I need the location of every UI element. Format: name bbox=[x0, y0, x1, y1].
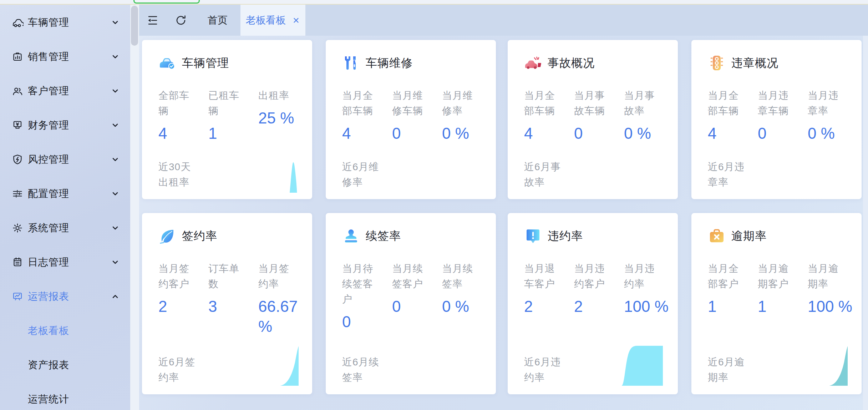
card-header: 签约率 bbox=[142, 213, 312, 245]
sidebar-item-vehicles[interactable]: 车辆管理 bbox=[0, 5, 130, 40]
stat-col: 订车单数 3 bbox=[208, 261, 258, 336]
card-overdue-rate: 逾期率 当月全部客户 1 当月逾期客户 1 当月逾期率 100 % bbox=[691, 213, 862, 394]
sidebar-item-config[interactable]: 配置管理 bbox=[0, 177, 130, 211]
sidebar-scrollbar-thumb[interactable] bbox=[131, 6, 138, 46]
sidebar-item-label: 风控管理 bbox=[28, 153, 69, 166]
stat-col: 当月违约客户 2 bbox=[574, 261, 624, 317]
card-header: 续签率 bbox=[326, 213, 496, 245]
sales-icon bbox=[11, 51, 24, 63]
car-icon bbox=[11, 16, 24, 29]
sidebar-item-finance[interactable]: 财务管理 bbox=[0, 108, 130, 142]
overdue-case-icon bbox=[708, 227, 726, 245]
stat-value: 0 bbox=[574, 123, 620, 143]
stat-label: 当月违章率 bbox=[808, 88, 840, 118]
sidebar-item-label: 财务管理 bbox=[28, 118, 69, 132]
tab-boss-board[interactable]: 老板看板 bbox=[240, 5, 305, 36]
card-stats: 当月待续签客户 0 当月续签客户 0 当月续签率 0 % bbox=[326, 261, 496, 332]
card-footer-label: 近6月事故率 bbox=[524, 159, 565, 190]
stat-value: 1 bbox=[708, 297, 754, 317]
card-default-rate: 违约率 当月退车客户 2 当月违约客户 2 当月违约率 100 % bbox=[508, 213, 678, 394]
card-title: 车辆维修 bbox=[366, 55, 413, 71]
stat-label: 当月维修车辆 bbox=[392, 88, 424, 118]
stat-col: 当月违章率 0 % bbox=[808, 88, 858, 143]
stat-value: 3 bbox=[208, 297, 255, 317]
close-icon[interactable] bbox=[292, 16, 300, 24]
page-scroll-gutter bbox=[863, 36, 868, 410]
customers-icon bbox=[11, 85, 24, 97]
card-footer-label: 近6月维修率 bbox=[342, 159, 384, 190]
chevron-up-icon bbox=[112, 295, 118, 298]
stat-col: 当月事故车辆 0 bbox=[574, 88, 624, 143]
stat-label: 订车单数 bbox=[208, 261, 240, 292]
sidebar-item-system[interactable]: 系统管理 bbox=[0, 211, 130, 245]
stat-value: 4 bbox=[708, 123, 754, 143]
stat-col: 当月维修率 0 % bbox=[442, 88, 492, 143]
refresh-button[interactable] bbox=[175, 14, 187, 26]
sparkline-chart bbox=[828, 345, 849, 386]
tab-home[interactable]: 首页 bbox=[195, 5, 240, 36]
boss-dashboard-page: 车辆管理 销售管理 客户管理 bbox=[0, 0, 868, 410]
stat-col: 全部车辆 4 bbox=[158, 88, 208, 143]
card-stats: 当月退车客户 2 当月违约客户 2 当月违约率 100 % bbox=[508, 261, 678, 317]
card-stats: 当月全部车辆 4 当月事故车辆 0 当月事故率 0 % bbox=[508, 88, 678, 143]
stat-label: 当月续签客户 bbox=[392, 261, 424, 292]
stat-col: 已租车辆 1 bbox=[208, 88, 258, 143]
stat-col: 当月逾期客户 1 bbox=[758, 261, 808, 317]
accident-car-icon bbox=[524, 54, 542, 72]
card-title: 事故概况 bbox=[548, 55, 595, 71]
stat-label: 当月全部客户 bbox=[708, 261, 740, 292]
sidebar-item-logs[interactable]: 日志管理 bbox=[0, 245, 130, 279]
repair-tools-icon bbox=[342, 54, 360, 72]
stat-col: 当月违约率 100 % bbox=[624, 261, 674, 317]
card-footer-label: 近6月违章率 bbox=[708, 159, 749, 190]
sidebar-nav: 车辆管理 销售管理 客户管理 bbox=[0, 5, 130, 410]
stat-col: 当月待续签客户 0 bbox=[342, 261, 392, 332]
logs-journal-icon bbox=[11, 256, 24, 268]
main-area: 首页 老板看板 bbox=[139, 5, 868, 410]
stat-value: 25 % bbox=[258, 108, 305, 128]
stat-value: 2 bbox=[158, 297, 205, 317]
stat-col: 当月全部车辆 4 bbox=[708, 88, 758, 143]
collapse-sidebar-button[interactable] bbox=[146, 14, 159, 27]
sidebar-item-label: 运营报表 bbox=[28, 290, 69, 303]
sparkline-chart bbox=[279, 345, 299, 386]
stat-label: 当月违约率 bbox=[624, 261, 656, 292]
card-stats: 当月签约客户 2 订车单数 3 当月签约率 66.67 % bbox=[142, 261, 312, 336]
stat-col: 当月退车客户 2 bbox=[524, 261, 574, 317]
stat-label: 当月逾期客户 bbox=[758, 261, 790, 292]
stat-label: 当月违约客户 bbox=[574, 261, 606, 292]
card-title: 逾期率 bbox=[731, 228, 767, 244]
sidebar-item-reports[interactable]: 运营报表 bbox=[0, 279, 130, 314]
stat-value: 4 bbox=[342, 123, 389, 143]
stat-value: 0 % bbox=[442, 123, 488, 143]
sidebar-subitem-operation-stats[interactable]: 运营统计 bbox=[0, 382, 130, 410]
dashboard-content: 车辆管理 全部车辆 4 已租车辆 1 出租率 25 % bbox=[139, 36, 868, 410]
sidebar-item-sales[interactable]: 销售管理 bbox=[0, 40, 130, 74]
card-vehicle-management: 车辆管理 全部车辆 4 已租车辆 1 出租率 25 % bbox=[142, 40, 312, 199]
config-sliders-icon bbox=[11, 188, 24, 200]
sidebar-item-customers[interactable]: 客户管理 bbox=[0, 74, 130, 108]
sidebar-subitem-asset-report[interactable]: 资产报表 bbox=[0, 348, 130, 382]
menu-fold-icon bbox=[146, 14, 159, 27]
stat-label: 当月全部车辆 bbox=[524, 88, 556, 118]
stat-label: 当月逾期率 bbox=[808, 261, 840, 292]
stat-label: 当月签约率 bbox=[258, 261, 290, 292]
stat-col: 当月续签客户 0 bbox=[392, 261, 442, 332]
sidebar-item-label: 车辆管理 bbox=[28, 16, 69, 29]
card-header: 车辆维修 bbox=[326, 40, 496, 72]
chevron-down-icon bbox=[112, 260, 118, 264]
stat-label: 出租率 bbox=[258, 88, 290, 103]
card-footer-label: 近6月签约率 bbox=[158, 354, 200, 385]
stat-col: 当月维修车辆 0 bbox=[392, 88, 442, 143]
chevron-down-icon bbox=[112, 158, 118, 161]
sidebar-subitem-boss-board[interactable]: 老板看板 bbox=[0, 314, 130, 348]
stat-label: 当月事故车辆 bbox=[574, 88, 606, 118]
stat-value: 100 % bbox=[624, 297, 670, 317]
sidebar-item-risk[interactable]: 风控管理 bbox=[0, 142, 130, 177]
stat-label: 当月退车客户 bbox=[524, 261, 556, 292]
card-footer-label: 近6月逾期率 bbox=[708, 354, 749, 385]
chevron-down-icon bbox=[112, 192, 118, 196]
stat-value: 1 bbox=[208, 123, 255, 143]
card-title: 签约率 bbox=[182, 228, 217, 244]
alert-bubble-icon bbox=[524, 227, 542, 245]
